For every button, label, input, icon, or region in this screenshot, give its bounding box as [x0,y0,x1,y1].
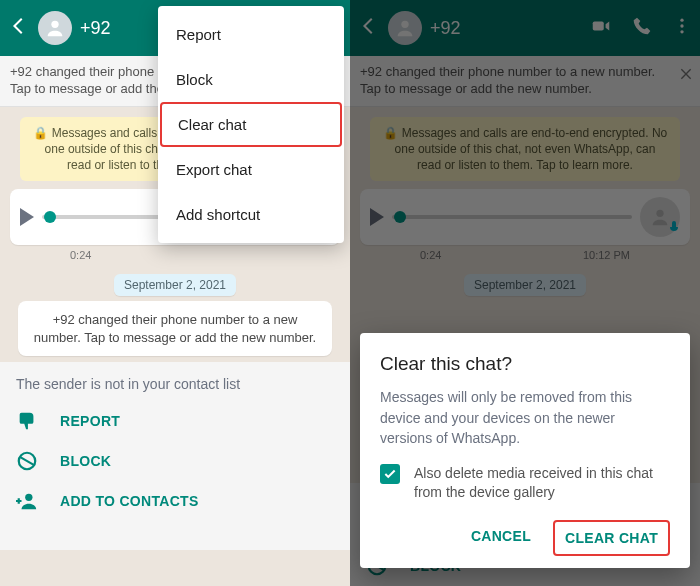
menu-export-chat[interactable]: Export chat [158,147,344,192]
report-label: REPORT [60,413,120,429]
number-change-text: +92 changed their phone number to a new … [34,312,316,345]
play-icon[interactable] [20,208,34,226]
block-icon [16,450,38,472]
avatar[interactable] [38,11,72,45]
dialog-title: Clear this chat? [380,353,670,375]
date-text: September 2, 2021 [114,274,236,296]
add-contact-label: ADD TO CONTACTS [60,493,199,509]
dialog-buttons: CANCEL CLEAR CHAT [380,520,670,556]
menu-clear-chat[interactable]: Clear chat [160,102,342,147]
block-button[interactable]: BLOCK [16,450,334,472]
screen-left: +92 +92 changed their phone number to a … [0,0,350,586]
menu-add-shortcut[interactable]: Add shortcut [158,192,344,237]
add-contact-icon [16,490,38,512]
back-icon[interactable] [8,15,30,41]
svg-point-0 [51,21,58,28]
lock-icon: 🔒 [33,125,48,141]
not-in-contacts-panel: The sender is not in your contact list R… [0,362,350,550]
number-change-bubble[interactable]: +92 changed their phone number to a new … [18,301,332,356]
checkbox-label: Also delete media received in this chat … [414,464,670,502]
add-contact-button[interactable]: ADD TO CONTACTS [16,490,334,512]
clear-chat-dialog: Clear this chat? Messages will only be r… [360,333,690,568]
delete-media-checkbox-row[interactable]: Also delete media received in this chat … [380,464,670,502]
clear-chat-button[interactable]: CLEAR CHAT [553,520,670,556]
report-button[interactable]: REPORT [16,410,334,432]
voice-duration: 0:24 [70,249,91,261]
screen-right: +92 +92 changed their phone number to a … [350,0,700,586]
dialog-body: Messages will only be removed from this … [380,387,670,448]
voice-meta: 0:24 [0,249,350,267]
overflow-menu: Report Block Clear chat Export chat Add … [158,6,344,243]
cancel-button[interactable]: CANCEL [461,520,541,556]
menu-report[interactable]: Report [158,12,344,57]
menu-block[interactable]: Block [158,57,344,102]
not-contact-hint: The sender is not in your contact list [16,376,334,392]
checkbox-checked-icon[interactable] [380,464,400,484]
thumbs-down-icon [16,410,38,432]
block-label: BLOCK [60,453,111,469]
date-divider: September 2, 2021 [0,275,350,293]
svg-point-3 [25,494,32,501]
audio-knob[interactable] [44,211,56,223]
